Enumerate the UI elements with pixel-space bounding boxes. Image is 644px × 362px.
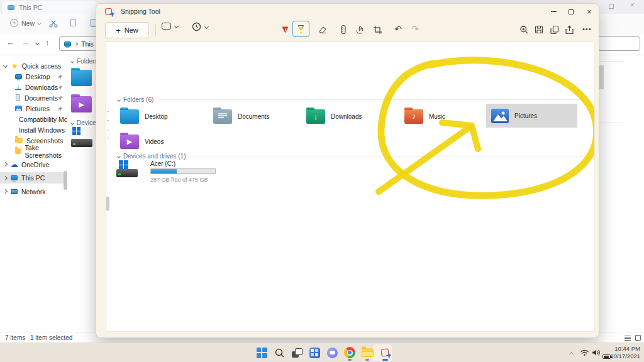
sidebar-item-quick-access[interactable]: ★ Quick access: [0, 60, 67, 71]
explorer-close-button[interactable]: ×: [630, 1, 635, 9]
sidebar-scrollbar[interactable]: [64, 171, 67, 190]
sidebar-item-compatibility-mode[interactable]: Compatibility Mode: [0, 114, 67, 124]
snipping-toolbar: + New: [96, 19, 599, 41]
undo-button[interactable]: ↶: [391, 21, 406, 36]
documents-folder-icon: [213, 109, 232, 124]
desktop-folder-icon: [71, 70, 92, 86]
drive-free-space: 287 GB free of 475 GB: [150, 177, 208, 183]
new-menu-button[interactable]: + New: [10, 19, 41, 27]
sidebar-item-pictures[interactable]: Pictures: [0, 103, 67, 114]
drive-tile-acer-c[interactable]: Acer (C:) 287 GB free of 475 GB: [116, 160, 305, 187]
cut-icon[interactable]: [49, 19, 58, 28]
highlighter-tool-selected[interactable]: [292, 21, 309, 37]
minimize-button[interactable]: [545, 6, 562, 17]
this-pc-icon: [8, 5, 14, 10]
folder-tile-music[interactable]: ♪ Music: [401, 105, 482, 128]
chrome-icon[interactable]: [342, 345, 357, 360]
plus-circle-icon: +: [10, 19, 18, 27]
new-menu-label: New: [21, 19, 35, 27]
windows-flag-icon: [119, 160, 128, 170]
copy-button[interactable]: [547, 22, 562, 37]
hard-drive-icon: [71, 139, 92, 147]
file-explorer-taskbar-icon[interactable]: [360, 345, 375, 360]
desktop-icon: [15, 74, 22, 79]
drive-usage-fill: [151, 169, 177, 173]
list-view-icon[interactable]: [625, 336, 631, 341]
sidebar-item-downloads[interactable]: ↓ Downloads: [0, 82, 67, 92]
music-folder-icon: ♪: [404, 109, 423, 124]
status-items-count: 7 items: [5, 334, 25, 341]
redo-button[interactable]: ↷: [408, 21, 423, 36]
desktop-folder-icon: [120, 109, 139, 124]
start-button[interactable]: [254, 345, 269, 360]
tray-clock[interactable]: 10:44 PM 10/17/2021: [608, 345, 640, 359]
ballpoint-pen-tool[interactable]: [277, 22, 292, 37]
back-button[interactable]: ←: [6, 38, 14, 47]
sidebar-item-onedrive[interactable]: ☁ OneDrive: [0, 159, 67, 170]
folder-tile-pictures-selected[interactable]: Pictures: [486, 104, 577, 128]
widgets-icon[interactable]: [307, 345, 322, 360]
rectangle-select-icon: [162, 23, 171, 30]
share-button[interactable]: [562, 22, 577, 37]
copy-icon[interactable]: [70, 19, 76, 26]
snipping-tool-window: Snipping Tool × + New: [96, 3, 599, 338]
up-button[interactable]: ↑: [45, 38, 50, 47]
pictures-icon: [15, 106, 22, 111]
videos-folder-icon: ▶: [71, 96, 92, 112]
group-header-rule: [191, 156, 584, 156]
zoom-button[interactable]: [516, 22, 531, 37]
ruler-tool[interactable]: [336, 22, 351, 37]
desktop: This PC × + New ← → ↑ This PC: [0, 0, 644, 362]
tile-label: Videos: [145, 138, 164, 145]
windows-flag-icon: [72, 127, 80, 135]
forward-button[interactable]: →: [21, 38, 30, 47]
sidebar-item-documents[interactable]: Documents: [0, 92, 67, 103]
sidebar-item-this-pc[interactable]: This PC: [0, 172, 67, 184]
annotation-arrow-shaft: [379, 128, 469, 192]
devices-group-header[interactable]: Devices and drives (1): [118, 153, 584, 160]
window-title: Snipping Tool: [121, 8, 160, 15]
folder-tile-desktop[interactable]: Desktop: [116, 105, 206, 128]
snipping-tool-taskbar-icon[interactable]: [377, 345, 392, 360]
volume-icon[interactable]: [591, 349, 600, 356]
folders-group-header[interactable]: Folders (6): [118, 96, 584, 103]
snip-timer-button[interactable]: [192, 22, 208, 31]
annotation-circle: [381, 60, 594, 195]
sidebar-item-label: Documents: [25, 94, 58, 102]
snip-mode-rectangle-button[interactable]: [162, 23, 178, 30]
snipping-titlebar[interactable]: Snipping Tool ×: [96, 4, 599, 19]
drive-name: Acer (C:): [150, 160, 175, 167]
wifi-icon[interactable]: [580, 349, 589, 356]
drive-tile-acer-c[interactable]: [71, 127, 94, 147]
sidebar-item-desktop[interactable]: Desktop: [0, 71, 67, 82]
sidebar-item-take-screenshots[interactable]: Take Screenshots: [0, 146, 67, 156]
snip-new-label: New: [125, 26, 138, 34]
eraser-tool[interactable]: [315, 22, 330, 37]
thumbnail-view-icon[interactable]: [635, 335, 641, 341]
task-view-icon[interactable]: [289, 345, 304, 360]
folder-tile-videos[interactable]: ▶ Videos: [116, 130, 206, 153]
chevron-down-icon: [174, 24, 179, 28]
sidebar-item-install-windows-11[interactable]: Install Windows 11: [0, 124, 67, 135]
maximize-button[interactable]: [562, 6, 580, 17]
folder-icon: [15, 138, 23, 143]
explorer-tab[interactable]: This PC: [3, 1, 97, 14]
pin-icon: [58, 74, 63, 79]
save-button[interactable]: [531, 22, 547, 37]
sidebar-item-network[interactable]: Network: [0, 186, 67, 197]
taskbar-search-icon[interactable]: [272, 345, 287, 360]
search-input[interactable]: [595, 36, 640, 51]
snip-new-button[interactable]: + New: [105, 22, 149, 38]
sidebar-item-label: This PC: [21, 174, 45, 182]
more-options-button[interactable]: •••: [582, 25, 592, 33]
explorer-restore-button[interactable]: [609, 4, 614, 9]
chevron-down-icon: [117, 155, 121, 158]
sidebar-item-label: OneDrive: [21, 161, 49, 168]
folder-tile-documents[interactable]: Documents: [209, 105, 299, 128]
crop-tool[interactable]: [370, 22, 385, 37]
folder-tile-downloads[interactable]: ↓ Downloads: [303, 105, 392, 128]
chat-icon[interactable]: [325, 345, 340, 360]
close-button[interactable]: ×: [580, 7, 599, 16]
touch-writing-tool[interactable]: [353, 22, 368, 37]
recent-locations-chevron[interactable]: [35, 41, 40, 45]
